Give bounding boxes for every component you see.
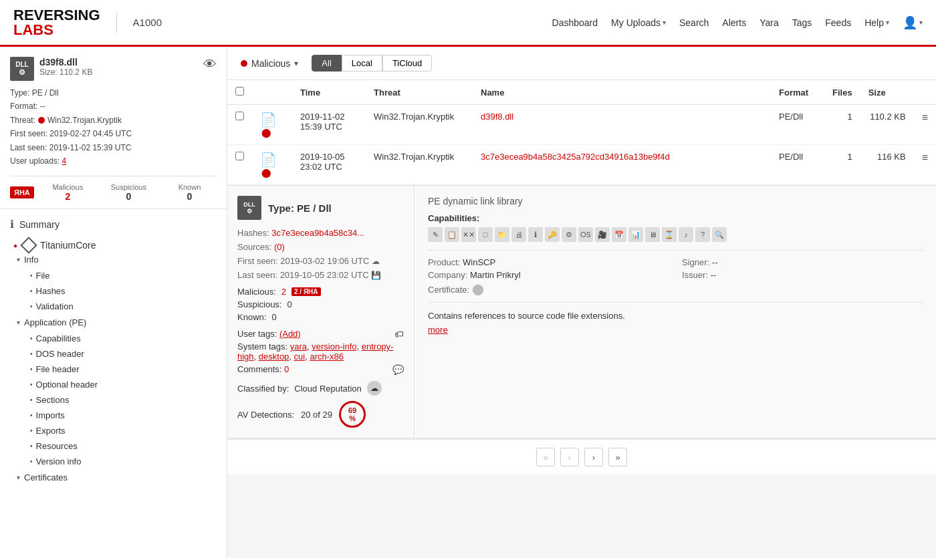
cap-icon-11: 🎥 — [595, 227, 610, 242]
disk-icon-small: 💾 — [371, 271, 381, 280]
cap-icon-18: 🔍 — [712, 227, 727, 242]
col-format: Format — [771, 80, 824, 105]
sidebar-item-file-header[interactable]: •File header — [0, 362, 227, 377]
uploads-link[interactable]: 4 — [62, 156, 66, 166]
table-row[interactable]: 📄 ⬤ 2019-10-05 23:02 UTC Win32.Trojan.Kr… — [227, 145, 936, 185]
tag-icon[interactable]: 🏷 — [394, 329, 404, 339]
row2-file-icon: 📄 — [260, 152, 277, 167]
exp-sources-link[interactable]: (0) — [274, 242, 285, 252]
exp-av: AV Detections: 20 of 29 69 % — [237, 401, 404, 428]
certificate-info: Certificate: ⬤ — [428, 283, 669, 295]
sidebar-item-sections[interactable]: •Sections — [0, 392, 227, 408]
classified-cloud-icon: ☁ — [367, 381, 382, 396]
active-bullet: ● — [13, 242, 17, 249]
tag-yara[interactable]: yara — [290, 341, 307, 352]
tag-arch-x86[interactable]: arch-x86 — [310, 352, 344, 362]
threat-dot — [38, 117, 45, 124]
exp-malicious-row: Malicious: 2 2 / ЯHA — [237, 287, 404, 297]
cap-icon-3: ✕✕ — [461, 227, 476, 242]
cap-icon-13: 📊 — [628, 227, 643, 242]
row1-file-icon: 📄 — [260, 112, 277, 127]
row1-name-link[interactable]: d39f8.dll — [481, 112, 513, 122]
status-caret[interactable]: ▾ — [294, 59, 298, 68]
page-first[interactable]: « — [536, 448, 555, 466]
tree-nav: ▾ Info • File • Hashes • Validation — [0, 251, 227, 493]
user-caret: ▾ — [919, 19, 923, 26]
page-next[interactable]: › — [584, 448, 603, 466]
row2-name[interactable]: 3c7e3ecea9b4a58c3425a792cd34916a13be9f4d — [473, 145, 771, 185]
add-tag-link[interactable]: (Add) — [279, 329, 301, 339]
comment-icon[interactable]: 💬 — [392, 364, 404, 375]
sidebar-item-capabilities[interactable]: •Capabilities — [0, 331, 227, 346]
sidebar-item-file[interactable]: • File — [0, 268, 227, 283]
tag-desktop[interactable]: desktop — [259, 352, 289, 362]
sidebar-item-resources[interactable]: •Resources — [0, 438, 227, 454]
select-all-checkbox[interactable] — [235, 87, 244, 96]
nav-feeds[interactable]: Feeds — [825, 17, 851, 28]
my-uploads-caret: ▾ — [663, 19, 666, 26]
exp-counts: Malicious: 2 2 / ЯHA Suspicious: 0 — [237, 287, 404, 322]
help-caret: ▾ — [886, 19, 889, 26]
sidebar-item-dos-header[interactable]: •DOS header — [0, 346, 227, 362]
file-info-block: DLL ⚙ d39f8.dll Size: 110.2 KB 👁 Type: P… — [0, 47, 227, 209]
col-time: Time — [292, 80, 366, 105]
sidebar-item-imports[interactable]: •Imports — [0, 408, 227, 423]
row1-format: PE/Dll — [771, 105, 824, 145]
nav-help[interactable]: Help ▾ — [864, 17, 889, 28]
sidebar-item-hashes[interactable]: • Hashes — [0, 283, 227, 299]
sidebar-item-summary[interactable]: ℹ Summary — [0, 213, 227, 236]
tab-all[interactable]: All — [312, 55, 341, 72]
page-prev[interactable]: ‹ — [560, 448, 579, 466]
row1-checkbox[interactable] — [235, 112, 244, 120]
sidebar-nav: ℹ Summary ● TitaniumCore ▾ Info • — [0, 209, 227, 496]
exp-malicious-link[interactable]: 2 — [281, 287, 286, 297]
titanium-row: ● TitaniumCore — [0, 236, 227, 251]
exp-known-row: Known: 0 — [237, 312, 404, 322]
tab-local[interactable]: Local — [342, 55, 382, 72]
info-group-header[interactable]: ▾ Info — [0, 251, 227, 268]
expanded-panel: DLL ⚙ Type: PE / Dll Hashes: 3c7e3ecea9b… — [227, 185, 936, 438]
exp-comments: Comments: 0 💬 — [237, 364, 404, 374]
certs-group-header[interactable]: ▾ Certificates — [0, 469, 227, 486]
app-group-header[interactable]: ▾ Application (PE) — [0, 314, 227, 331]
row2-menu-icon[interactable]: ≡ — [922, 152, 928, 163]
row1-name[interactable]: d39f8.dll — [473, 105, 771, 145]
more-link[interactable]: more — [428, 325, 448, 335]
nav-tags[interactable]: Tags — [792, 17, 812, 28]
logo[interactable]: REVERSING LABS — [13, 8, 100, 37]
filter-tabs: All Local TiCloud — [312, 55, 432, 72]
exp-type-row: DLL ⚙ Type: PE / Dll — [237, 196, 404, 220]
page-last[interactable]: » — [608, 448, 627, 466]
sidebar-item-version-info[interactable]: •Version info — [0, 454, 227, 469]
tag-cui[interactable]: cui — [294, 352, 306, 362]
row1-menu-icon[interactable]: ≡ — [922, 112, 928, 123]
watch-icon[interactable]: 👁 — [203, 57, 217, 72]
file-format: Format: -- — [10, 100, 217, 113]
nav-my-uploads[interactable]: My Uploads ▾ — [611, 17, 666, 28]
file-last-seen: Last seen: 2019-11-02 15:39 UTC — [10, 141, 217, 154]
nav-alerts[interactable]: Alerts — [722, 17, 746, 28]
status-badge[interactable]: Malicious ▾ — [241, 58, 298, 69]
exp-hash-link[interactable]: 3c7e3ecea9b4a58c34... — [271, 228, 364, 238]
av-circle: 69 % — [339, 401, 366, 428]
file-size: Size: 110.2 KB — [39, 67, 92, 77]
certs-label: Certificates — [24, 472, 68, 482]
sidebar-item-exports[interactable]: •Exports — [0, 423, 227, 438]
file-meta: Type: PE / Dll Format: -- Threat: Win32.… — [10, 86, 217, 168]
nav-yara[interactable]: Yara — [759, 17, 779, 28]
sidebar-item-validation[interactable]: • Validation — [0, 299, 227, 314]
row2-checkbox[interactable] — [235, 152, 244, 160]
tab-ticloud[interactable]: TiCloud — [382, 55, 432, 72]
tag-version-info[interactable]: version-info — [312, 341, 356, 352]
exp-last-seen: Last seen: 2019-10-05 23:02 UTC 💾 — [237, 270, 404, 280]
nav-user[interactable]: 👤 ▾ — [903, 15, 923, 30]
nav-search[interactable]: Search — [679, 17, 709, 28]
nav-dashboard[interactable]: Dashboard — [552, 17, 598, 28]
exp-comments-link[interactable]: 0 — [284, 364, 289, 374]
titanium-label: TitaniumCore — [40, 240, 96, 251]
row2-name-link[interactable]: 3c7e3ecea9b4a58c3425a792cd34916a13be9f4d — [481, 152, 670, 162]
table-row[interactable]: 📄 ⬤ 2019-11-02 15:39 UTC Win32.Trojan.Kr… — [227, 105, 936, 145]
sidebar-item-optional-header[interactable]: •Optional header — [0, 377, 227, 392]
product-info: Product: WinSCP — [428, 257, 669, 267]
info-group-label: Info — [24, 255, 39, 265]
